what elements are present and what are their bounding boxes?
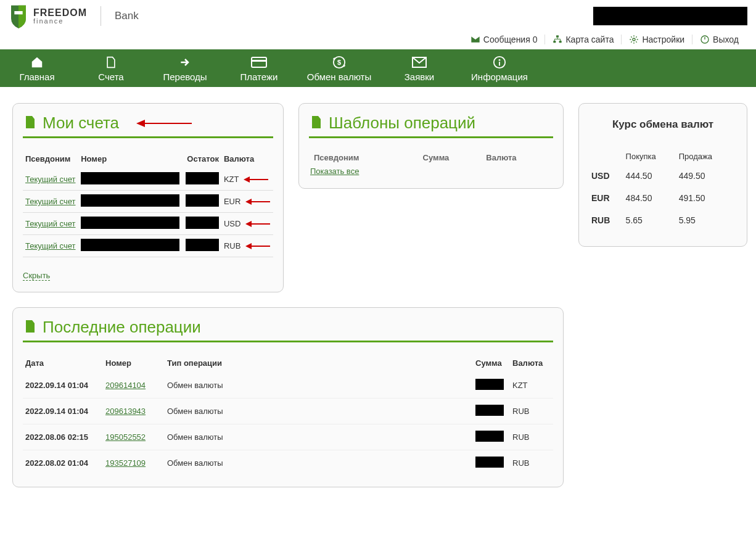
redacted-balance bbox=[186, 217, 219, 229]
gear-icon bbox=[629, 35, 639, 44]
settings-link[interactable]: Настройки bbox=[622, 35, 692, 44]
op-row: 2022.08.02 01:04193527109Обмен валютыRUB bbox=[23, 450, 553, 476]
tmpl-col-alias: Псевдоним bbox=[310, 151, 418, 165]
brand-bank: Bank bbox=[115, 10, 139, 22]
col-number: Номер bbox=[78, 149, 183, 168]
nav-payments-label: Платежи bbox=[222, 72, 296, 82]
op-currency: RUB bbox=[510, 399, 553, 424]
redacted-balance bbox=[186, 194, 219, 207]
messages-label: Сообщения 0 bbox=[483, 35, 538, 44]
divider bbox=[101, 6, 101, 26]
account-link[interactable]: Текущий счет bbox=[25, 175, 76, 184]
arrow-right-icon bbox=[178, 56, 192, 68]
op-type: Обмен валюты bbox=[165, 450, 473, 476]
rate-row: EUR484.50491.50 bbox=[590, 187, 736, 209]
redacted-amount bbox=[475, 457, 504, 468]
redacted-balance bbox=[186, 172, 219, 184]
templates-title: Шаблоны операций bbox=[329, 114, 475, 133]
sitemap-label: Карта сайта bbox=[565, 35, 614, 44]
col-amount: Сумма bbox=[473, 353, 510, 373]
rate-buy: 5.65 bbox=[625, 209, 678, 231]
nav-requests-label: Заявки bbox=[382, 72, 456, 82]
rate-code: USD bbox=[590, 165, 625, 187]
svg-point-13 bbox=[499, 59, 501, 61]
account-currency: EUR bbox=[224, 197, 240, 206]
op-number-link[interactable]: 193527109 bbox=[105, 458, 146, 468]
nav-accounts-label: Счета bbox=[74, 72, 148, 82]
svg-rect-2 bbox=[554, 41, 556, 43]
svg-marker-16 bbox=[136, 120, 145, 127]
nav-payments[interactable]: Платежи bbox=[222, 49, 296, 87]
mail-icon bbox=[412, 57, 427, 68]
op-type: Обмен валюты bbox=[165, 373, 473, 399]
info-icon bbox=[493, 56, 506, 69]
recent-ops-panel: Последние операции Дата Номер Тип операц… bbox=[12, 307, 564, 487]
col-type: Тип операции bbox=[165, 353, 473, 373]
exchange-icon: $ bbox=[332, 56, 347, 69]
col-date: Дата bbox=[23, 353, 103, 373]
nav-transfers[interactable]: Переводы bbox=[148, 49, 222, 87]
templates-panel: Шаблоны операций Псевдоним Сумма Валюта … bbox=[298, 103, 564, 189]
op-date: 2022.08.06 02:15 bbox=[23, 424, 103, 450]
nav-home[interactable]: Главная bbox=[0, 49, 74, 87]
home-icon bbox=[30, 56, 44, 69]
rates-title: Курс обмена валют bbox=[590, 118, 736, 131]
op-number-link[interactable]: 195052552 bbox=[105, 432, 146, 442]
account-row: Текущий счетEUR bbox=[23, 191, 273, 213]
ops-table: Дата Номер Тип операции Сумма Валюта 202… bbox=[23, 353, 553, 476]
op-type: Обмен валюты bbox=[165, 424, 473, 450]
redacted-amount bbox=[475, 405, 504, 416]
op-date: 2022.08.02 01:04 bbox=[23, 450, 103, 476]
op-currency: RUB bbox=[510, 424, 553, 450]
rate-row: USD444.50449.50 bbox=[590, 165, 736, 187]
envelope-icon bbox=[470, 35, 480, 44]
op-number-link[interactable]: 209613943 bbox=[105, 407, 146, 416]
annotation-arrow bbox=[245, 242, 270, 250]
annotation-arrow bbox=[245, 220, 270, 228]
op-number-link[interactable]: 209614104 bbox=[105, 381, 146, 390]
account-link[interactable]: Текущий счет bbox=[25, 219, 76, 228]
svg-rect-3 bbox=[559, 41, 562, 43]
logo[interactable]: FREEDOM finance Bank bbox=[9, 4, 139, 28]
rate-sell: 491.50 bbox=[678, 187, 736, 209]
rate-row: RUB5.655.95 bbox=[590, 209, 736, 231]
account-link[interactable]: Текущий счет bbox=[25, 241, 76, 250]
rate-sell: 5.95 bbox=[678, 209, 736, 231]
nav-requests[interactable]: Заявки bbox=[382, 49, 456, 87]
rate-buy: 444.50 bbox=[625, 165, 678, 187]
messages-link[interactable]: Сообщения 0 bbox=[463, 35, 546, 44]
col-alias: Псевдоним bbox=[23, 149, 78, 168]
svg-rect-8 bbox=[252, 60, 266, 62]
redacted-number bbox=[81, 172, 179, 184]
rates-table: Покупка Продажа USD444.50449.50EUR484.50… bbox=[590, 148, 736, 231]
shield-icon bbox=[9, 4, 28, 28]
svg-marker-22 bbox=[245, 221, 252, 227]
card-icon bbox=[251, 57, 267, 68]
hide-link[interactable]: Скрыть bbox=[23, 271, 50, 281]
svg-marker-24 bbox=[245, 243, 252, 249]
col-currency: Валюта bbox=[221, 149, 273, 168]
account-row: Текущий счетUSD bbox=[23, 213, 273, 235]
rate-buy: 484.50 bbox=[625, 187, 678, 209]
nav-exchange[interactable]: $ Обмен валюты bbox=[296, 49, 382, 87]
nav-info[interactable]: Информация bbox=[456, 49, 543, 87]
tmpl-col-currency: Валюта bbox=[482, 151, 552, 165]
account-link[interactable]: Текущий счет bbox=[25, 197, 76, 206]
header: FREEDOM finance Bank Сообщения 0 Карта с… bbox=[0, 0, 756, 49]
svg-rect-7 bbox=[252, 57, 266, 67]
brand-name: FREEDOM bbox=[33, 8, 87, 18]
nav-accounts[interactable]: Счета bbox=[74, 49, 148, 87]
account-row: Текущий счетKZT bbox=[23, 168, 273, 191]
tmpl-col-amount: Сумма bbox=[419, 151, 482, 165]
settings-label: Настройки bbox=[642, 35, 684, 44]
col-currency: Валюта bbox=[510, 353, 553, 373]
rates-panel: Курс обмена валют Покупка Продажа USD444… bbox=[578, 103, 747, 247]
svg-marker-18 bbox=[244, 176, 250, 183]
show-all-link[interactable]: Показать все bbox=[310, 167, 359, 176]
nav-transfers-label: Переводы bbox=[148, 72, 222, 82]
accounts-table: Псевдоним Номер Остаток Валюта Текущий с… bbox=[23, 149, 273, 257]
power-icon bbox=[700, 35, 710, 44]
op-date: 2022.09.14 01:04 bbox=[23, 373, 103, 399]
sitemap-link[interactable]: Карта сайта bbox=[545, 35, 622, 44]
logout-link[interactable]: Выход bbox=[692, 35, 739, 44]
